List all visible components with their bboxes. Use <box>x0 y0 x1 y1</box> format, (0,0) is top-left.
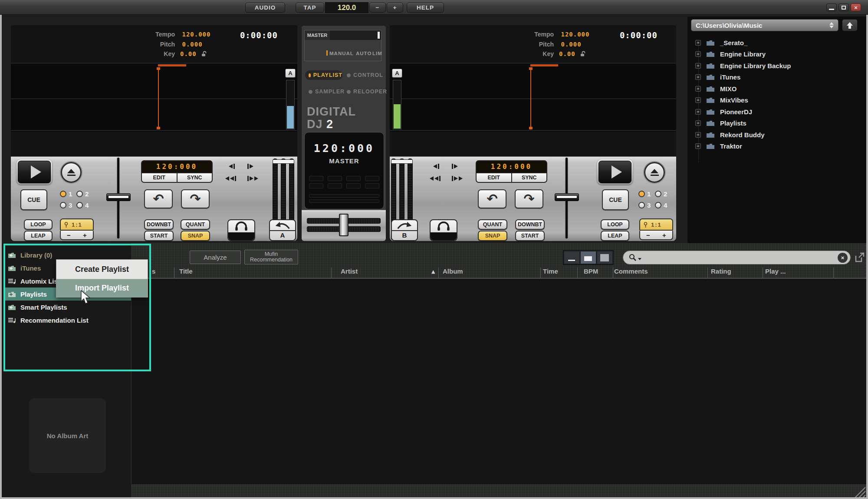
volume-fader-handle[interactable] <box>555 193 579 201</box>
hotcue-1-radio[interactable]: 1 <box>638 190 651 198</box>
nudge-back-button[interactable] <box>229 164 235 169</box>
downbeat-button[interactable]: DOWNBT <box>144 219 174 230</box>
deck-a-assign-button[interactable]: A <box>269 219 296 241</box>
edit-button[interactable]: EDIT <box>477 173 512 182</box>
volume-fader-handle[interactable] <box>106 193 131 201</box>
snap-button[interactable]: SNAP <box>181 231 210 241</box>
hotcue-2-radio[interactable]: 2 <box>76 190 89 198</box>
key-unlock-icon[interactable] <box>201 51 207 57</box>
view-compact-button[interactable] <box>564 251 579 264</box>
search-filter-dropdown-icon[interactable] <box>638 258 641 260</box>
bpm-decrease-button[interactable]: − <box>369 3 386 13</box>
play-button[interactable] <box>597 159 633 185</box>
hotcue-1-radio[interactable]: 1 <box>60 190 72 198</box>
expander-icon[interactable]: + <box>695 86 701 92</box>
audio-button[interactable]: AUDIO <box>245 3 285 13</box>
limiter-auto-option[interactable]: AUTO <box>356 51 372 56</box>
mufin-recommendation-button[interactable]: Mufin Recommendation <box>244 250 298 264</box>
create-playlist-menu-item[interactable]: Create Playlist <box>56 260 148 279</box>
leap-button[interactable]: LEAP <box>24 231 53 241</box>
column-divider[interactable] <box>763 268 763 278</box>
master-volume-handle[interactable] <box>378 32 380 39</box>
column-header-play-count[interactable]: Play ... <box>765 268 786 275</box>
sync-button[interactable]: SYNC <box>512 173 547 182</box>
expander-icon[interactable]: + <box>695 120 701 126</box>
quant-button[interactable]: QUANT <box>478 219 507 230</box>
column-divider[interactable] <box>540 268 541 278</box>
search-input[interactable] <box>643 252 838 263</box>
hotcue-3-radio[interactable]: 3 <box>60 202 72 209</box>
sync-button[interactable]: SYNC <box>178 173 212 182</box>
cue-button[interactable]: CUE <box>602 189 629 210</box>
seek-back-button[interactable] <box>225 176 236 181</box>
import-playlist-menu-item[interactable]: Import Playlist <box>56 279 148 297</box>
expander-icon[interactable]: + <box>695 74 701 80</box>
deck-b-assign-button[interactable]: B <box>391 219 418 241</box>
ribbon-handle[interactable] <box>391 159 413 164</box>
loop-plus-button[interactable]: + <box>662 231 666 239</box>
column-divider[interactable] <box>833 268 834 278</box>
cue-button[interactable]: CUE <box>20 189 47 210</box>
library-item-smart-playlists[interactable]: Smart Playlists <box>0 301 131 314</box>
expander-icon[interactable]: + <box>695 109 701 115</box>
expander-icon[interactable]: + <box>695 143 701 149</box>
master-volume-slider[interactable] <box>330 30 381 40</box>
undo-button[interactable]: ↶ <box>144 189 173 208</box>
column-header-fragment[interactable]: s <box>152 268 155 275</box>
ribbon-handle[interactable] <box>273 159 294 164</box>
column-divider[interactable] <box>613 268 613 278</box>
expander-icon[interactable]: + <box>695 132 701 138</box>
search-icon[interactable] <box>628 253 637 262</box>
column-header-comments[interactable]: Comments <box>614 268 648 275</box>
column-divider[interactable] <box>577 268 578 278</box>
downbeat-button[interactable]: DOWNBT <box>515 219 545 230</box>
folder-row[interactable]: + Rekord Buddy <box>695 131 765 139</box>
view-large-button[interactable] <box>597 251 612 264</box>
folder-row[interactable]: + MixVibes <box>695 96 748 104</box>
headphone-cue-button[interactable] <box>430 219 457 241</box>
search-clear-button[interactable]: × <box>838 253 848 263</box>
key-unlock-icon[interactable] <box>580 51 586 57</box>
help-button[interactable]: HELP <box>407 3 444 13</box>
start-button[interactable]: START <box>515 231 545 241</box>
close-button[interactable]: × <box>851 3 861 11</box>
expander-icon[interactable]: + <box>695 40 701 46</box>
hotcue-2-radio[interactable]: 2 <box>655 190 667 198</box>
mode-sampler[interactable]: SAMPLER <box>305 87 345 96</box>
folder-row[interactable]: + Playlists <box>695 119 746 127</box>
nudge-forward-button[interactable] <box>452 164 458 169</box>
mode-control[interactable]: CONTROL <box>347 70 383 80</box>
headphone-cue-button[interactable] <box>227 219 255 241</box>
seek-back-button[interactable] <box>430 176 441 181</box>
limiter-manual-option[interactable]: MANUAL <box>329 51 354 56</box>
view-medium-button[interactable] <box>581 251 596 264</box>
hotcue-3-radio[interactable]: 3 <box>638 202 651 209</box>
column-divider[interactable] <box>438 268 439 278</box>
expander-icon[interactable]: + <box>695 97 701 103</box>
hotcue-4-radio[interactable]: 4 <box>655 202 667 209</box>
mode-relooper[interactable]: RELOOPER <box>347 87 387 96</box>
redo-button[interactable]: ↷ <box>515 189 543 208</box>
library-item-recommendation-list[interactable]: Recommendation List <box>0 314 131 327</box>
path-selector[interactable]: C:\Users\Olivia\Music <box>691 19 838 31</box>
column-header-rating[interactable]: Rating <box>711 268 731 275</box>
leap-button[interactable]: LEAP <box>601 231 629 241</box>
folder-row[interactable]: + iTunes <box>695 73 740 81</box>
column-header-title[interactable]: Title <box>179 268 193 275</box>
loop-button[interactable]: LOOP <box>601 219 629 230</box>
hotcue-4-radio[interactable]: 4 <box>76 202 89 209</box>
expander-icon[interactable]: + <box>695 63 701 69</box>
folder-row[interactable]: + Engine Library Backup <box>695 62 791 69</box>
column-divider[interactable] <box>707 268 708 278</box>
crossfader-handle[interactable] <box>339 214 349 236</box>
detach-window-icon[interactable] <box>854 252 865 263</box>
folder-row[interactable]: + PioneerDJ <box>695 108 752 116</box>
resize-grip[interactable] <box>853 486 866 498</box>
column-divider[interactable] <box>174 268 174 278</box>
track-list-empty-area[interactable] <box>132 279 867 484</box>
nudge-back-button[interactable] <box>433 164 439 169</box>
nudge-forward-button[interactable] <box>247 164 253 169</box>
bpm-increase-button[interactable]: + <box>387 3 403 13</box>
loop-plus-button[interactable]: + <box>83 231 87 239</box>
folder-row[interactable]: + _Serato_ <box>695 39 747 46</box>
